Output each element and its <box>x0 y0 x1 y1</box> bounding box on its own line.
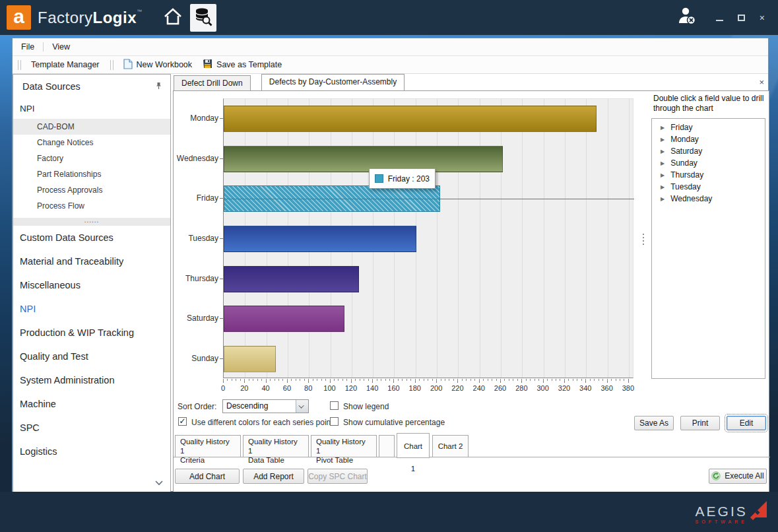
doc-tab-defects-by-day-customer-assembly[interactable]: Defects by Day-Customer-Assembly <box>261 74 405 90</box>
edit-button[interactable]: Edit <box>727 416 766 430</box>
gridline-300 <box>544 99 544 378</box>
menu-file[interactable]: File <box>13 42 43 51</box>
cumulative-checkbox[interactable] <box>330 417 339 426</box>
app-logo: a <box>7 5 31 30</box>
database-search-icon <box>194 7 212 28</box>
tree-item-factory[interactable]: Factory <box>13 150 170 166</box>
menu-view[interactable]: View <box>44 42 79 51</box>
tree-item-process-flow[interactable]: Process Flow <box>13 198 170 214</box>
drill-item-wednesday[interactable]: ▶Wednesday <box>652 193 765 205</box>
template-manager-button[interactable]: Template Manager <box>26 60 105 69</box>
bar-tuesday[interactable] <box>224 226 416 252</box>
sort-order-select[interactable]: Descending <box>222 399 309 413</box>
drill-item-saturday[interactable]: ▶Saturday <box>652 145 765 157</box>
drill-item-sunday[interactable]: ▶Sunday <box>652 157 765 169</box>
splitter-grip-icon[interactable] <box>642 234 645 245</box>
sheet-tab-quality-history-1-data-table[interactable]: Quality History 1Data Table <box>243 435 309 457</box>
sheet-tab-line1: Quality History 1 <box>316 437 372 455</box>
main-area: × Defect Drill DownDefects by Day-Custom… <box>173 74 769 492</box>
window-frame: File View Template Manager New Workbook <box>0 35 778 532</box>
gridline-240 <box>480 99 480 378</box>
sheet-tab-quality-history-1-pivot-table[interactable]: Quality History 1Pivot Table <box>311 435 377 457</box>
menubar: File View <box>13 38 768 56</box>
drill-item-label: Saturday <box>670 147 702 156</box>
drill-item-label: Monday <box>670 135 699 144</box>
minimize-button[interactable] <box>716 20 723 21</box>
gridline-340 <box>586 99 587 378</box>
gridline-220 <box>458 99 459 378</box>
print-button[interactable]: Print <box>680 416 720 430</box>
close-button[interactable]: × <box>760 13 765 22</box>
save-as-button[interactable]: Save As <box>634 416 674 430</box>
add-report-button[interactable]: Add Report <box>243 469 304 484</box>
tree-item-cad-bom[interactable]: CAD-BOM <box>13 119 170 135</box>
sidebar-category-production-wip-tracking[interactable]: Production & WIP Tracking <box>13 321 170 345</box>
cumulative-label: Show cumulative percentage <box>343 418 445 427</box>
expand-arrow-icon[interactable]: ▶ <box>661 160 665 166</box>
toolbar-grip-icon <box>110 60 113 70</box>
tab-close-icon[interactable]: × <box>759 77 764 87</box>
x-tick-380 <box>628 379 629 383</box>
sidebar-category-custom-data-sources[interactable]: Custom Data Sources <box>13 226 170 249</box>
expand-arrow-icon[interactable]: ▶ <box>661 149 665 154</box>
sheet-tab-line1: Quality History 1 <box>180 437 236 455</box>
logout-button[interactable] <box>676 6 699 29</box>
chevron-down-icon[interactable] <box>154 479 164 488</box>
y-tick <box>220 118 223 119</box>
use-colors-checkbox[interactable]: ✓ <box>178 417 187 426</box>
add-chart-button[interactable]: Add Chart <box>175 469 240 484</box>
dropdown-button[interactable] <box>296 400 308 413</box>
gridline-280 <box>522 99 523 378</box>
drill-item-friday[interactable]: ▶Friday <box>652 121 765 133</box>
home-button[interactable] <box>160 4 186 32</box>
y-label-wednesday: Wednesday <box>175 154 218 163</box>
sidebar-category-material-and-traceability[interactable]: Material and Traceability <box>13 249 170 273</box>
sidebar-category-npi[interactable]: NPI <box>13 297 170 321</box>
bar-thursday[interactable] <box>224 266 359 292</box>
show-legend-checkbox[interactable] <box>330 401 339 410</box>
tree-item-process-approvals[interactable]: Process Approvals <box>13 182 170 198</box>
y-tick <box>220 238 223 239</box>
save-as-template-button[interactable]: Save as Template <box>197 59 287 71</box>
data-analysis-button[interactable] <box>190 4 216 32</box>
bar-wednesday[interactable] <box>224 146 503 172</box>
sidebar-category-logistics[interactable]: Logistics <box>13 440 170 463</box>
drill-item-monday[interactable]: ▶Monday <box>652 133 765 145</box>
expand-arrow-icon[interactable]: ▶ <box>661 137 665 143</box>
drill-item-thursday[interactable]: ▶Thursday <box>652 169 765 181</box>
data-sources-header: Data Sources <box>13 75 170 98</box>
expand-arrow-icon[interactable]: ▶ <box>661 172 665 178</box>
bar-saturday[interactable] <box>224 306 344 332</box>
expand-arrow-icon[interactable]: ▶ <box>661 184 665 190</box>
bar-monday[interactable] <box>224 106 597 132</box>
bar-sunday[interactable] <box>224 346 276 372</box>
expand-arrow-icon[interactable]: ▶ <box>661 196 665 202</box>
copy-spc-chart-button[interactable]: Copy SPC Chart <box>308 469 368 484</box>
sheet-tab-chart-1[interactable]: Chart 1 <box>397 433 430 458</box>
sidebar-category-machine[interactable]: Machine <box>13 392 170 416</box>
new-workbook-button[interactable]: New Workbook <box>118 59 198 71</box>
expand-arrow-icon[interactable]: ▶ <box>661 125 665 131</box>
drill-item-tuesday[interactable]: ▶Tuesday <box>652 181 765 193</box>
doc-tab-defect-drill-down[interactable]: Defect Drill Down <box>174 75 251 90</box>
y-tick <box>220 279 223 279</box>
tree-item-part-relationships[interactable]: Part Relationships <box>13 166 170 182</box>
sidebar-category-quality-and-test[interactable]: Quality and Test <box>13 345 170 368</box>
sheet-tab-quality-history-1-criteria[interactable]: Quality History 1Criteria <box>175 435 241 457</box>
sidebar-splitter[interactable]: ...... <box>13 218 170 226</box>
sidebar-category-spc[interactable]: SPC <box>13 416 170 440</box>
use-colors-label: Use different colors for each series poi… <box>191 418 333 427</box>
drill-item-label: Wednesday <box>670 194 712 203</box>
y-label-thursday: Thursday <box>175 274 218 283</box>
sidebar-category-miscellaneous[interactable]: Miscellaneous <box>13 273 170 297</box>
drill-item-label: Sunday <box>670 158 697 168</box>
execute-all-button[interactable]: Execute All <box>709 469 767 484</box>
pin-icon[interactable] <box>155 82 162 92</box>
tree-item-change-notices[interactable]: Change Notices <box>13 135 170 150</box>
y-tick <box>220 318 223 319</box>
sheet-tab-stub[interactable] <box>379 435 395 457</box>
titlebar: a FactoryLogix™ <box>0 0 778 35</box>
sidebar-category-system-administration[interactable]: System Administration <box>13 368 170 392</box>
sheet-tab-chart-2[interactable]: Chart 2 <box>432 435 469 457</box>
maximize-button[interactable] <box>738 15 745 21</box>
